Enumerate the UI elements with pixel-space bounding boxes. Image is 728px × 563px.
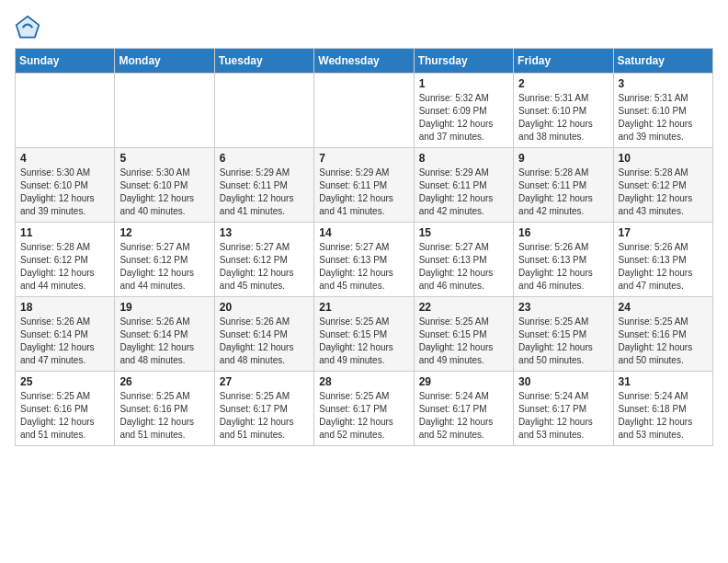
calendar-cell: 14Sunrise: 5:27 AMSunset: 6:13 PMDayligh… <box>314 223 414 297</box>
day-number: 31 <box>619 375 708 388</box>
calendar-cell: 6Sunrise: 5:29 AMSunset: 6:11 PMDaylight… <box>214 148 313 223</box>
day-number: 11 <box>20 226 109 239</box>
calendar-cell: 8Sunrise: 5:29 AMSunset: 6:11 PMDaylight… <box>414 148 513 223</box>
day-number: 27 <box>220 375 309 388</box>
day-info: Sunrise: 5:29 AMSunset: 6:11 PMDaylight:… <box>220 167 309 218</box>
day-info: Sunrise: 5:25 AMSunset: 6:15 PMDaylight:… <box>319 316 408 367</box>
calendar-cell <box>115 74 214 148</box>
calendar-cell: 5Sunrise: 5:30 AMSunset: 6:10 PMDaylight… <box>115 148 214 223</box>
weekday-header-tuesday: Tuesday <box>214 49 313 74</box>
calendar-week-3: 11Sunrise: 5:28 AMSunset: 6:12 PMDayligh… <box>16 223 713 297</box>
calendar-body: 1Sunrise: 5:32 AMSunset: 6:09 PMDaylight… <box>16 74 713 446</box>
calendar-cell: 15Sunrise: 5:27 AMSunset: 6:13 PMDayligh… <box>414 223 513 297</box>
day-number: 25 <box>20 375 109 388</box>
day-info: Sunrise: 5:24 AMSunset: 6:17 PMDaylight:… <box>518 390 608 442</box>
day-number: 10 <box>619 152 708 165</box>
logo-icon <box>15 15 40 40</box>
day-info: Sunrise: 5:26 AMSunset: 6:14 PMDaylight:… <box>119 316 209 367</box>
day-info: Sunrise: 5:26 AMSunset: 6:13 PMDaylight:… <box>518 241 608 293</box>
day-number: 15 <box>419 226 508 239</box>
calendar-header: SundayMondayTuesdayWednesdayThursdayFrid… <box>16 49 713 74</box>
day-number: 4 <box>20 152 109 165</box>
calendar-cell <box>16 74 115 148</box>
day-number: 5 <box>119 152 209 165</box>
weekday-header-row: SundayMondayTuesdayWednesdayThursdayFrid… <box>16 49 713 74</box>
calendar-cell: 30Sunrise: 5:24 AMSunset: 6:17 PMDayligh… <box>514 372 613 446</box>
calendar-week-5: 25Sunrise: 5:25 AMSunset: 6:16 PMDayligh… <box>16 372 713 446</box>
day-info: Sunrise: 5:25 AMSunset: 6:15 PMDaylight:… <box>419 316 508 367</box>
day-number: 12 <box>119 226 209 239</box>
day-number: 3 <box>619 77 708 90</box>
day-info: Sunrise: 5:28 AMSunset: 6:12 PMDaylight:… <box>20 241 109 293</box>
day-info: Sunrise: 5:25 AMSunset: 6:17 PMDaylight:… <box>220 390 309 442</box>
calendar-cell: 31Sunrise: 5:24 AMSunset: 6:18 PMDayligh… <box>613 372 712 446</box>
day-info: Sunrise: 5:26 AMSunset: 6:14 PMDaylight:… <box>20 316 109 367</box>
day-number: 1 <box>419 77 508 90</box>
calendar-cell: 26Sunrise: 5:25 AMSunset: 6:16 PMDayligh… <box>115 372 214 446</box>
day-number: 17 <box>619 226 708 239</box>
day-info: Sunrise: 5:29 AMSunset: 6:11 PMDaylight:… <box>419 167 508 218</box>
day-info: Sunrise: 5:25 AMSunset: 6:16 PMDaylight:… <box>20 390 109 442</box>
day-number: 18 <box>20 301 109 314</box>
day-info: Sunrise: 5:27 AMSunset: 6:12 PMDaylight:… <box>119 241 209 293</box>
calendar-cell: 13Sunrise: 5:27 AMSunset: 6:12 PMDayligh… <box>214 223 313 297</box>
day-number: 28 <box>319 375 408 388</box>
day-number: 19 <box>119 301 209 314</box>
calendar-cell: 3Sunrise: 5:31 AMSunset: 6:10 PMDaylight… <box>613 74 712 148</box>
calendar-cell: 23Sunrise: 5:25 AMSunset: 6:15 PMDayligh… <box>514 297 613 372</box>
day-info: Sunrise: 5:30 AMSunset: 6:10 PMDaylight:… <box>119 167 209 218</box>
weekday-header-sunday: Sunday <box>16 49 115 74</box>
calendar-cell: 21Sunrise: 5:25 AMSunset: 6:15 PMDayligh… <box>314 297 414 372</box>
weekday-header-monday: Monday <box>115 49 214 74</box>
logo <box>15 15 44 40</box>
day-info: Sunrise: 5:25 AMSunset: 6:16 PMDaylight:… <box>119 390 209 442</box>
day-number: 8 <box>419 152 508 165</box>
day-number: 24 <box>619 301 708 314</box>
calendar-cell: 1Sunrise: 5:32 AMSunset: 6:09 PMDaylight… <box>414 74 513 148</box>
day-info: Sunrise: 5:25 AMSunset: 6:16 PMDaylight:… <box>619 316 708 367</box>
calendar-cell: 29Sunrise: 5:24 AMSunset: 6:17 PMDayligh… <box>414 372 513 446</box>
calendar-cell: 19Sunrise: 5:26 AMSunset: 6:14 PMDayligh… <box>115 297 214 372</box>
day-number: 13 <box>220 226 309 239</box>
day-number: 9 <box>518 152 608 165</box>
day-number: 22 <box>419 301 508 314</box>
calendar-week-4: 18Sunrise: 5:26 AMSunset: 6:14 PMDayligh… <box>16 297 713 372</box>
calendar-cell <box>314 74 414 148</box>
calendar-cell: 20Sunrise: 5:26 AMSunset: 6:14 PMDayligh… <box>214 297 313 372</box>
day-info: Sunrise: 5:24 AMSunset: 6:18 PMDaylight:… <box>619 390 708 442</box>
day-info: Sunrise: 5:31 AMSunset: 6:10 PMDaylight:… <box>619 92 708 144</box>
calendar-cell: 17Sunrise: 5:26 AMSunset: 6:13 PMDayligh… <box>613 223 712 297</box>
calendar-cell: 10Sunrise: 5:28 AMSunset: 6:12 PMDayligh… <box>613 148 712 223</box>
calendar-week-1: 1Sunrise: 5:32 AMSunset: 6:09 PMDaylight… <box>16 74 713 148</box>
day-number: 2 <box>518 77 608 90</box>
day-number: 14 <box>319 226 408 239</box>
day-number: 30 <box>518 375 608 388</box>
day-info: Sunrise: 5:26 AMSunset: 6:13 PMDaylight:… <box>619 241 708 293</box>
calendar-cell: 16Sunrise: 5:26 AMSunset: 6:13 PMDayligh… <box>514 223 613 297</box>
day-info: Sunrise: 5:24 AMSunset: 6:17 PMDaylight:… <box>419 390 508 442</box>
page-header <box>15 15 713 40</box>
calendar-week-2: 4Sunrise: 5:30 AMSunset: 6:10 PMDaylight… <box>16 148 713 223</box>
day-number: 16 <box>518 226 608 239</box>
weekday-header-saturday: Saturday <box>613 49 712 74</box>
calendar-cell: 18Sunrise: 5:26 AMSunset: 6:14 PMDayligh… <box>16 297 115 372</box>
day-number: 6 <box>220 152 309 165</box>
weekday-header-thursday: Thursday <box>414 49 513 74</box>
day-number: 26 <box>119 375 209 388</box>
day-info: Sunrise: 5:27 AMSunset: 6:13 PMDaylight:… <box>419 241 508 293</box>
day-info: Sunrise: 5:28 AMSunset: 6:12 PMDaylight:… <box>619 167 708 218</box>
calendar-cell: 25Sunrise: 5:25 AMSunset: 6:16 PMDayligh… <box>16 372 115 446</box>
calendar-cell: 11Sunrise: 5:28 AMSunset: 6:12 PMDayligh… <box>16 223 115 297</box>
day-info: Sunrise: 5:30 AMSunset: 6:10 PMDaylight:… <box>20 167 109 218</box>
day-number: 29 <box>419 375 508 388</box>
day-info: Sunrise: 5:25 AMSunset: 6:15 PMDaylight:… <box>518 316 608 367</box>
calendar-cell: 28Sunrise: 5:25 AMSunset: 6:17 PMDayligh… <box>314 372 414 446</box>
day-info: Sunrise: 5:31 AMSunset: 6:10 PMDaylight:… <box>518 92 608 144</box>
calendar-cell: 2Sunrise: 5:31 AMSunset: 6:10 PMDaylight… <box>514 74 613 148</box>
day-info: Sunrise: 5:32 AMSunset: 6:09 PMDaylight:… <box>419 92 508 144</box>
day-info: Sunrise: 5:25 AMSunset: 6:17 PMDaylight:… <box>319 390 408 442</box>
day-info: Sunrise: 5:27 AMSunset: 6:12 PMDaylight:… <box>220 241 309 293</box>
calendar-cell: 24Sunrise: 5:25 AMSunset: 6:16 PMDayligh… <box>613 297 712 372</box>
calendar-cell: 22Sunrise: 5:25 AMSunset: 6:15 PMDayligh… <box>414 297 513 372</box>
calendar-table: SundayMondayTuesdayWednesdayThursdayFrid… <box>15 48 713 446</box>
